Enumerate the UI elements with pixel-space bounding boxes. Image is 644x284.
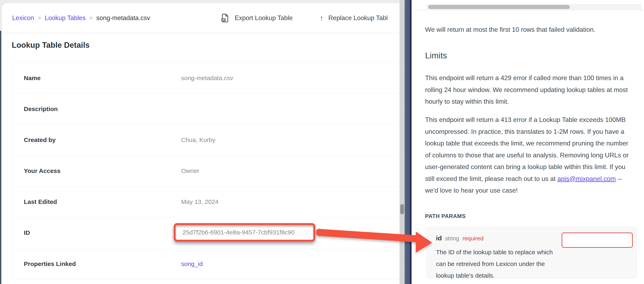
breadcrumb: Lexicon > Lookup Tables > song-metadata.… (12, 3, 150, 33)
csv-file-icon: csv (220, 13, 230, 23)
row-value: Owner (181, 167, 199, 174)
page-title: Lookup Table Details (12, 41, 90, 50)
breadcrumb-current-file: song-metadata.csv (96, 14, 150, 22)
breadcrumb-lookup-tables[interactable]: Lookup Tables (45, 14, 86, 22)
row-label: Properties Linked (24, 261, 181, 267)
apis-mixpanel-email-link[interactable]: apis@mixpanel.com (557, 175, 616, 182)
table-row-your-access: Your Access Owner (12, 155, 400, 186)
horizontal-scrollbar-thumb[interactable] (428, 5, 570, 9)
table-row-description: Description (12, 94, 400, 125)
docs-paragraph-429: This endpoint will return a 429 error if… (425, 72, 634, 108)
docs-paragraph-413-text: This endpoint will return a 413 error if… (425, 116, 628, 182)
left-panel-scrollbar-thumb[interactable] (400, 204, 404, 214)
param-id-input[interactable] (562, 233, 633, 248)
path-params-heading: PATH PARAMS (425, 213, 466, 219)
row-value: Chua, Kurby (181, 137, 216, 143)
page-header: Lexicon > Lookup Tables > song-metadata.… (2, 3, 400, 33)
export-lookup-table-button[interactable]: csv Export Lookup Table (220, 3, 293, 33)
breadcrumb-separator-icon: > (38, 15, 41, 21)
id-annotation-highlight-box: 25d7f2b6-6901-4e8a-9457-7cbf931f8c90 (174, 223, 315, 242)
replace-button-label: Replace Lookup Tabl (328, 14, 388, 22)
param-description: The ID of the lookup table to replace wh… (436, 246, 555, 281)
row-value: May 13, 2024 (181, 198, 218, 205)
sidebar-edge-strip (0, 31, 1, 284)
row-label: Created by (24, 137, 181, 143)
replace-lookup-table-button[interactable]: ↑ Replace Lookup Tabl (320, 3, 388, 33)
param-type: string (445, 235, 459, 242)
row-label: Description (24, 106, 181, 113)
svg-text:csv: csv (222, 19, 226, 21)
table-row-last-edited: Last Edited May 13, 2024 (12, 186, 400, 217)
row-label: ID (24, 229, 181, 236)
linked-property-link[interactable]: song_id (181, 261, 203, 267)
param-card-id: id string required The ID of the lookup … (427, 227, 637, 279)
annotation-arrow-icon (316, 224, 435, 257)
docs-paragraph-413: This endpoint will return a 413 error if… (425, 114, 634, 196)
param-header: id string required (436, 234, 484, 242)
breadcrumb-separator-icon: > (89, 15, 92, 21)
row-label: Your Access (24, 167, 181, 174)
horizontal-scrollbar-track[interactable] (426, 4, 642, 10)
lookup-table-id-value: 25d7f2b6-6901-4e8a-9457-7cbf931f8c90 (176, 229, 294, 236)
row-value: song-metadata.csv (181, 75, 233, 82)
table-row-created-by: Created by Chua, Kurby (12, 125, 400, 155)
export-button-label: Export Lookup Table (235, 14, 293, 22)
param-required-badge: required (462, 235, 484, 242)
limits-heading: Limits (425, 51, 447, 60)
breadcrumb-lexicon[interactable]: Lexicon (12, 14, 34, 22)
docs-intro-text: We will return at most the first 10 rows… (425, 25, 634, 34)
upload-arrow-icon: ↑ (320, 14, 324, 22)
param-name: id (436, 234, 442, 242)
row-label: Last Edited (24, 198, 181, 205)
row-label: Name (24, 75, 181, 82)
table-row-name: Name song-metadata.csv (12, 63, 400, 94)
api-docs-panel: We will return at most the first 10 rows… (412, 0, 644, 284)
